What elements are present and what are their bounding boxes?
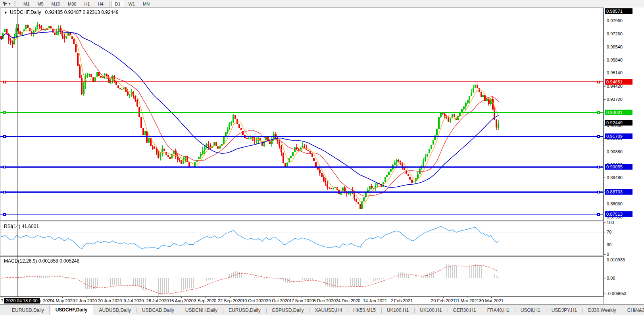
chart-tab-dj30-weekly[interactable]: DJ30,Weekly [582,306,621,315]
date-tick-label: 17 Nov 2020 [289,298,314,303]
rsi-tick-mark [604,222,606,223]
price-tick-mark [604,99,606,100]
date-tick-label: 30 Mar 2021 [479,298,504,303]
date-tick-label: 14 May 2020 [50,298,75,303]
price-badge-0.93001: 0.93001 [605,110,632,115]
date-tick-label: 24 Dec 2020 [336,298,360,303]
macd-tick-label: 0.00 [607,276,615,280]
chart-tab-bar: EURUSD,DailyUSDCHF,DailyAUDUSD,DailyUSDC… [0,304,644,315]
chevron-down-icon[interactable]: ▾ [9,2,10,6]
price-tick-mark [604,152,606,152]
chart-cursor-icon[interactable] [2,1,8,7]
timeframe-button-m30[interactable]: M30 [64,1,80,7]
price-tick-mark [604,60,606,60]
macd-tick-mark [604,260,606,260]
price-badge-0.94651: 0.94651 [605,79,632,85]
price-tick-label: 0.96540 [607,44,623,49]
chart-tab-fra40-h1[interactable]: FRA40,H1 [482,306,515,315]
chart-tab-audusd-daily[interactable]: AUDUSD,Daily [93,306,136,315]
chart-tab-hk50-m15[interactable]: HK50,M15 [348,306,381,315]
chart-tab-gbpusd-daily[interactable]: GBPUSD,Daily [266,306,310,315]
toolbar-grip [14,1,17,6]
main-chart-canvas[interactable] [0,8,603,220]
date-tick-label: 2 Feb 2021 [390,298,413,303]
price-tick-label: 0.90880 [607,149,623,154]
date-tick-label: 9 Jul 2020 [124,298,144,303]
date-tick-label: 22 Sep 2020 [218,298,242,303]
crosshair-date-box: 2020.04.18 0:00 [4,298,40,303]
date-tick-label: 20 Jun 2020 [98,298,122,303]
timeframe-button-d1[interactable]: D1 [111,1,124,7]
price-tick-mark [604,73,606,73]
price-badge-0.87513: 0.87513 [605,211,632,217]
trading-terminal-window: ▾ M1M5M15M30H1H4D1W1MN ▼USDCHF,Daily0.92… [0,0,644,315]
rsi-tick-mark [604,232,606,232]
timeframe-buttons: M1M5M15M30H1H4D1W1MN [19,1,154,7]
timeframe-button-h1[interactable]: H1 [81,1,93,7]
chart-tab-uk100-h1[interactable]: UK100,H1 [414,306,447,315]
macd-tick-label: -0.009653 [607,291,627,296]
chart-tab-uk100-h1[interactable]: UK100,H1 [381,306,414,315]
price-tick-mark [604,204,606,204]
tab-scroll-right-icon[interactable]: ► [638,308,643,313]
date-tick-label: 20 Feb 2021 [431,298,456,303]
timeframe-button-w1[interactable]: W1 [125,1,139,7]
timeframe-button-m1[interactable]: M1 [20,1,33,7]
price-badge-0.92449: 0.92449 [605,120,632,126]
price-badge-0.98571: 0.98571 [605,8,632,14]
price-tick-label: 0.95840 [607,58,623,62]
date-tick-label: 28 Jul 2020 [146,298,169,303]
timeframe-button-mn[interactable]: MN [139,1,153,7]
chart-tab-eurusd-daily[interactable]: EURUSD,Daily [6,306,50,315]
rsi-canvas[interactable] [0,222,603,255]
rsi-tick-label: 100 [607,220,614,225]
price-tick-label: 0.89480 [607,175,623,180]
price-tick-label: 0.93720 [607,97,623,102]
rsi-tick-mark [604,254,606,255]
chart-tab-usdjpy-h1[interactable]: USDJPY,H1 [546,306,582,315]
price-badge-0.91709: 0.91709 [605,133,632,139]
price-tick-label: 0.97260 [607,31,623,36]
price-tick-mark [604,178,606,178]
main-chart-panel: ▼USDCHF,Daily0.92485 0.92487 0.92313 0.9… [0,8,604,221]
rsi-tick-label: 70 [607,230,611,234]
timeframe-toolbar: ▾ M1M5M15M30H1H4D1W1MN [0,0,644,8]
chart-tab-usdchf-daily[interactable]: USDCHF,Daily [50,305,94,315]
macd-panel: MACD(12,26,9) 0.001858 0.005248 [0,256,604,297]
macd-canvas[interactable] [0,257,603,296]
chart-tab-xauusd-h4[interactable]: XAUUSD,H4 [309,306,348,315]
timeframe-button-m5[interactable]: M5 [34,1,47,7]
price-tick-mark [604,126,606,126]
chart-tab-usdcad-daily[interactable]: USDCAD,Daily [136,306,180,315]
timeframe-button-h4[interactable]: H4 [94,1,107,7]
date-tick-label: 15 Aug 2020 [169,298,194,303]
chart-tab-usdcnh-daily[interactable]: USDCNH,Daily [180,306,223,315]
date-tick-label: 2 Jun 2020 [75,298,97,303]
price-tick-mark [604,34,606,34]
chart-tab-usoil-h1[interactable]: USOil,H1 [515,306,546,315]
rsi-panel: RSI(14) 41.6001 [0,222,604,255]
price-tick-label: 0.95140 [607,70,623,75]
rsi-tick-label: 30 [607,242,611,247]
macd-tick-label: 0.010933 [607,257,625,262]
chart-tab-eurusd-daily[interactable]: EURUSD,Daily [223,306,266,315]
timeframe-button-m15[interactable]: M15 [48,1,63,7]
date-tick-label: 14 Jan 2021 [363,298,387,303]
date-tick-label: 29 Oct 2020 [266,298,290,303]
date-tick-label: 5 Dec 2020 [313,298,336,303]
price-tick-mark [604,86,606,87]
toolbar-separator [109,1,110,7]
price-tick-mark [604,217,606,217]
date-tick-label: 7 [1,298,3,303]
date-tick-label: 10 Oct 2020 [242,298,266,303]
price-tick-mark [604,47,606,47]
time-axis[interactable]: 2020.04.18 0:00 725 Apr 202014 May 20202… [0,297,604,304]
macd-tick-mark [604,278,606,278]
date-tick-label: 11 Mar 2021 [455,298,479,303]
tab-scroll-left-icon[interactable]: ◄ [632,308,637,313]
price-tick-mark [604,21,606,21]
date-tick-label: 3 Sep 2020 [194,298,216,303]
price-badge-0.90055: 0.90055 [605,164,632,170]
chart-tab-ger30-h1[interactable]: GER30,H1 [448,306,482,315]
price-axis[interactable]: 0.979600.972600.965400.958400.951400.944… [604,8,644,304]
